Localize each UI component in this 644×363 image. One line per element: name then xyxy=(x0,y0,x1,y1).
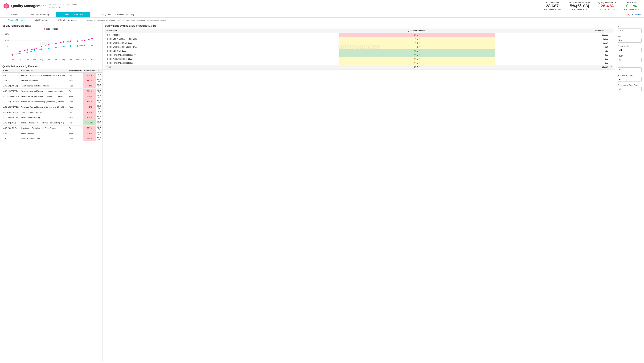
tab-medicaid-commercial[interactable]: Medicaid / Commercial xyxy=(56,12,90,18)
expand-icon[interactable]: ⊞ xyxy=(106,50,108,52)
org-table-row[interactable]: ⊞ The Storm Land Associates 1081 45.5 % … xyxy=(105,37,613,41)
measures-table-row[interactable]: ACO-28 (HTN-2) Hypertension: Controlling… xyxy=(2,126,102,131)
sub-tab-process[interactable]: Process Measures xyxy=(3,18,30,23)
measure-inverse: False xyxy=(68,99,83,104)
svg-point-29 xyxy=(62,46,64,48)
org-col-lives[interactable]: Attributed Lives xyxy=(495,28,610,33)
measure-perf: 100.0 % xyxy=(84,120,96,126)
stat-label: Attributed Lives xyxy=(544,1,561,4)
measure-name: Adult BMI Assessment xyxy=(20,78,68,83)
org-col-perf[interactable]: Quality Performance ▲ xyxy=(340,28,495,33)
measures-table-row[interactable]: ACO-20 (PREV-5) Breast Cancer Screening … xyxy=(2,115,102,120)
col-code[interactable]: Code ▲ xyxy=(2,69,20,72)
measure-perf: 0.1 % xyxy=(84,131,96,136)
tab-medicare[interactable]: Medicare xyxy=(3,12,24,18)
last-updated: Last Updated: 7/6/2022 12:25:50 AM xyxy=(48,3,77,6)
measures-table-row[interactable]: AAP Adults Access to Preventive and Ambu… xyxy=(2,72,102,78)
measure-name: Preventive Care and Screening: Screening… xyxy=(20,104,68,110)
org-name: ⊞ The Vale Care 1308 xyxy=(105,49,340,53)
measures-table-row[interactable]: ACO-13 (CARE-2) Falls: Screening for Fut… xyxy=(2,83,102,88)
col-name[interactable]: Measure Name xyxy=(20,69,68,72)
measures-table-row[interactable]: ACO-14 (PREV-7) Preventive Care and Scre… xyxy=(2,88,102,94)
left-panel: Quality Performance Trend 2019 2020 30 %… xyxy=(0,23,102,361)
measure-eligible: 26,964 xyxy=(102,78,102,83)
sub-tab-visit[interactable]: Visit Measures xyxy=(30,18,53,23)
expand-icon[interactable]: ⊞ xyxy=(106,62,108,64)
tab-medicare-advantage[interactable]: Medicare Advantage xyxy=(24,12,56,18)
expand-icon[interactable]: ⊞ xyxy=(106,42,108,44)
measures-table-row[interactable]: ABA Adult BMI Assessment False 37.1 % 90… xyxy=(2,78,102,83)
measure-inverse: False xyxy=(68,83,83,88)
measure-goal: 90.0 % xyxy=(96,126,102,131)
svg-point-23 xyxy=(20,52,21,54)
sidebar-select-1[interactable]: JanFebMarAprMayJunJulAugSepOctNovDec xyxy=(618,38,642,42)
scroll-down-icon[interactable]: ▼ xyxy=(610,66,612,68)
logo-icon xyxy=(3,3,9,9)
measure-name: Colorectal Cancer Screening xyxy=(20,110,68,115)
scroll-up-icon[interactable]: ▲ xyxy=(610,30,612,32)
org-lives: 266 xyxy=(495,57,610,61)
measure-inverse: True xyxy=(68,120,83,126)
sidebar-select-5[interactable]: All xyxy=(618,77,642,82)
expand-icon[interactable]: ⊞ xyxy=(106,38,108,40)
org-table-row[interactable]: ⊞ The Riverland Associates 1189 63.0 % 4… xyxy=(105,53,613,57)
expand-icon[interactable]: ⊞ xyxy=(106,46,108,48)
svg-text:Apr: Apr xyxy=(33,59,36,61)
svg-point-18 xyxy=(70,40,71,42)
measures-table-row[interactable]: ACO-17 (PREV-10) Preventive Care and Scr… xyxy=(2,99,102,104)
svg-text:Jul: Jul xyxy=(55,59,57,61)
sub-tab-utilization[interactable]: Utilization Measures xyxy=(53,18,82,23)
expand-icon[interactable]: ⊞ xyxy=(106,34,108,36)
measures-table-row[interactable]: AMR Asthma Medication Ratio False 68.6 %… xyxy=(2,136,102,142)
col-perf[interactable]: Performance xyxy=(84,69,96,72)
sidebar-select-2[interactable]: ytdmonthlyquarterly xyxy=(618,48,642,52)
sidebar-field-0: Year 2019202020212022 xyxy=(618,26,642,33)
org-table-row[interactable]: ⊞ The Westerland Care 1306 46.1 % 3,557 xyxy=(105,41,613,45)
measure-code: ACO-20 (PREV-5) xyxy=(2,115,20,120)
measure-perf: 68.6 % xyxy=(84,136,96,142)
measures-table-title: Quality Performance by Measures xyxy=(2,65,100,68)
svg-text:Oct: Oct xyxy=(76,59,79,61)
org-lives: 12,126 xyxy=(495,33,610,37)
org-perf: 45.5 % xyxy=(340,37,495,41)
org-table-row[interactable]: ⊞ The North Associates 1139 55.6 % 266 xyxy=(105,57,613,61)
sidebar-select-4[interactable]: All xyxy=(618,68,642,72)
measures-table-row[interactable]: ACO-27 (DM-2) Diabetes: Hemoglobin A1c (… xyxy=(2,120,102,126)
measures-table: Code ▲ Measure Name Inverse Measure Perf… xyxy=(2,69,102,142)
sidebar: Year 2019202020212022 Month JanFebMarApr… xyxy=(615,23,644,361)
sidebar-select-6[interactable]: All xyxy=(618,87,642,92)
measure-code: ACO-27 (DM-2) xyxy=(2,120,20,126)
org-table-row[interactable]: ⊞ The Westerland Healthcare 1477 47.1 % … xyxy=(105,45,613,49)
col-eligible[interactable]: Eligible xyxy=(102,69,102,72)
measures-table-row[interactable]: ACO-17 (PREV-10) Preventive Care and Scr… xyxy=(2,94,102,99)
measure-inverse: False xyxy=(68,110,83,115)
logo: Quality Management xyxy=(3,3,46,9)
measures-table-row[interactable]: ADV Annual Dental Visit False 0.1 % 90.0… xyxy=(2,131,102,136)
org-lives: 430 xyxy=(495,53,610,57)
org-col-name[interactable]: Organization xyxy=(105,28,340,33)
col-inverse[interactable]: Inverse Measure xyxy=(68,69,83,72)
sidebar-select-3[interactable]: All xyxy=(618,58,642,62)
svg-text:Sep: Sep xyxy=(69,59,72,61)
org-perf: 23.7 % xyxy=(340,33,495,37)
total-lives: 28,667 xyxy=(495,65,610,69)
expand-icon[interactable]: ⊞ xyxy=(106,54,108,56)
svg-text:20 %: 20 % xyxy=(5,46,9,48)
col-goal[interactable]: Goal xyxy=(96,69,102,72)
org-table-row[interactable]: ⊞ The Vale Care 1308 61.9 % 612 xyxy=(105,49,613,53)
svg-point-22 xyxy=(12,55,14,56)
org-table-row[interactable]: ⊞ The Riverland Associates 1144 57.5 % 2… xyxy=(105,61,613,65)
measures-table-row[interactable]: ACO-19 (PREV-6) Colorectal Cancer Screen… xyxy=(2,110,102,115)
measure-perf: 15.8 % xyxy=(84,99,96,104)
stat-attributed-lives: Attributed Lives 28,667 YoY Change: -67.… xyxy=(544,1,561,10)
svg-point-16 xyxy=(56,43,57,44)
org-table-row[interactable]: ⊞ Not Assigned 23.7 % 12,126 xyxy=(105,33,613,37)
sidebar-select-0[interactable]: 2019202020212022 xyxy=(618,28,642,33)
my-patients-btn[interactable]: 🔖 My Patients xyxy=(628,14,641,16)
org-name: ⊞ The Riverland Associates 1189 xyxy=(105,53,340,57)
sidebar-field-label: Month xyxy=(618,35,642,38)
stat-value: 28,667 xyxy=(544,4,561,8)
chart-title: Quality Performance Trend xyxy=(2,25,100,27)
expand-icon[interactable]: ⊞ xyxy=(106,58,108,60)
measures-table-row[interactable]: ACO-18 (PREV-12) Preventive Care and Scr… xyxy=(2,104,102,110)
